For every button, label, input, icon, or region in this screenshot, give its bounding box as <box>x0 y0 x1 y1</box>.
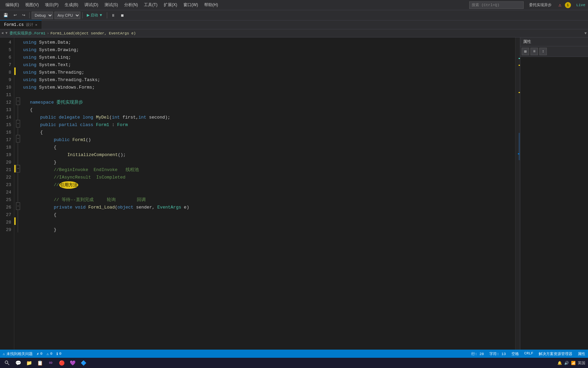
code-line-22[interactable]: //IAsyncResult IsCompleted <box>20 174 515 181</box>
menu-debug[interactable]: 调试(D) <box>82 1 101 9</box>
taskbar-icon-1[interactable]: 💬 <box>14 358 22 367</box>
taskbar-network: 📶 <box>571 361 576 365</box>
title-bar: 编辑(E) 视图(V) 项目(P) 生成(B) 调试(D) 测试(S) 分析(N… <box>0 0 588 10</box>
code-line-14[interactable]: public delegate long MyDel(int first,int… <box>20 114 515 121</box>
menu-extensions[interactable]: 扩展(X) <box>161 1 180 9</box>
collapse-btn-26[interactable]: − <box>16 202 20 210</box>
run-button[interactable]: ▶ 启动 ▼ <box>85 12 105 18</box>
properties-category-btn[interactable]: ≡ <box>530 48 538 55</box>
taskbar-vs-icon[interactable]: ∞ <box>46 358 55 367</box>
collapse-btn-21[interactable]: − <box>16 165 20 172</box>
line-num-29: 29 <box>0 226 11 234</box>
taskbar-icon-6[interactable]: 🔷 <box>79 358 88 367</box>
debug-config-select[interactable]: Debug <box>32 12 53 19</box>
code-line-10[interactable]: using System.Windows.Forms; <box>20 84 515 91</box>
taskbar-icon-4[interactable]: 🔴 <box>57 358 66 367</box>
menu-view[interactable]: 视图(V) <box>22 1 42 9</box>
taskbar-system-tray: 🔔 🔊 📶 英国 <box>557 361 585 366</box>
menu-window[interactable]: 窗口(W) <box>181 1 201 9</box>
code-lines: using System.Data; using System.Drawing;… <box>20 37 515 360</box>
code-line-20[interactable]: } <box>20 159 515 166</box>
code-line-12[interactable]: namespace 委托实现异步 <box>20 99 515 106</box>
menu-tools[interactable]: 工具(T) <box>141 1 160 9</box>
collapse-btn-12[interactable]: − <box>16 97 20 105</box>
taskbar-icon-2[interactable]: 📁 <box>24 358 33 367</box>
tab-close[interactable]: ✕ <box>35 23 37 27</box>
code-line-25[interactable]: // 等待--直到完成 轮询 回调 <box>20 196 515 204</box>
code-line-17[interactable]: public Form1() <box>20 136 515 144</box>
collapse-btn-17[interactable]: − <box>16 135 20 142</box>
toolbar-save[interactable]: 💾 <box>1 12 10 18</box>
status-bar: ⚠ 未找到相关问题 ✗ 0 ⚠ 0 ℹ 0 行: 28 字符: 13 空格 CR… <box>0 350 588 358</box>
code-line-4[interactable]: using System.Data; <box>20 39 515 46</box>
status-right: 行: 28 字符: 13 空格 CRLF 解决方案资源管理器 属性 <box>471 351 585 356</box>
toolbar-redo[interactable]: ↪ <box>20 12 27 18</box>
live-label: Live <box>576 3 585 7</box>
line-num-14: 14 <box>0 114 11 121</box>
toolbar-sep-2 <box>82 12 83 18</box>
code-line-24[interactable] <box>20 189 515 196</box>
status-properties[interactable]: 属性 <box>578 351 585 356</box>
scroll-overview[interactable] <box>515 37 520 360</box>
code-line-21[interactable]: //BeginInvoke EndInvoke 线程池 <box>20 166 515 174</box>
toolbar-stop[interactable]: ⏹ <box>118 13 126 18</box>
collapse-btn-15[interactable]: − <box>16 120 20 127</box>
code-area[interactable]: 4 5 6 7 8 9 10 11 12 13 14 15 16 17 18 1… <box>0 37 520 360</box>
status-spaces: 空格 <box>511 351 519 356</box>
tab-form1[interactable]: Form1.cs 设计 ✕ <box>0 20 42 29</box>
warn-icon: ⚠ <box>47 352 49 356</box>
nav-method: Form1_Load(object sender, EventArgs e) <box>50 31 136 35</box>
toolbar-sep-3 <box>107 12 107 18</box>
code-line-26[interactable]: private void Form1_Load(object sender, E… <box>20 204 515 211</box>
code-line-15[interactable]: public partial class Form1 : Form <box>20 121 515 129</box>
line-numbers: 4 5 6 7 8 9 10 11 12 13 14 15 16 17 18 1… <box>0 37 14 360</box>
line-num-22: 22 <box>0 174 11 181</box>
line-num-17: 17 <box>0 136 11 144</box>
taskbar-search[interactable] <box>3 358 12 367</box>
code-line-28[interactable] <box>20 219 515 226</box>
code-line-5[interactable]: using System.Drawing; <box>20 46 515 54</box>
code-line-9[interactable]: using System.Threading.Tasks; <box>20 76 515 84</box>
code-line-11[interactable] <box>20 91 515 99</box>
nav-arrow-right[interactable]: ▼ <box>584 31 587 35</box>
code-line-29[interactable]: } <box>20 226 515 234</box>
menu-bar: 编辑(E) 视图(V) 项目(P) 生成(B) 调试(D) 测试(S) 分析(N… <box>3 1 221 9</box>
cpu-config-select[interactable]: Any CPU <box>54 12 80 19</box>
title-bar-right: 搜索 (Ctrl+Q) 委托实现异步 ⚠ 1 Live <box>469 1 585 9</box>
code-line-7[interactable]: using System.Text; <box>20 61 515 69</box>
status-solution-explorer[interactable]: 解决方案资源管理器 <box>539 351 572 356</box>
taskbar-icon-3[interactable]: 📋 <box>35 358 44 367</box>
error-icon: ✗ <box>37 352 39 356</box>
menu-test[interactable]: 测试(S) <box>102 1 121 9</box>
line-num-19: 19 <box>0 151 11 159</box>
menu-project[interactable]: 项目(P) <box>42 1 61 9</box>
code-line-19[interactable]: InitializeComponent(); <box>20 151 515 159</box>
properties-title: 属性 <box>523 39 531 45</box>
menu-build[interactable]: 生成(B) <box>62 1 81 9</box>
status-col: 字符: 13 <box>489 351 506 356</box>
taskbar-language: 英国 <box>578 361 585 366</box>
code-line-6[interactable]: using System.Linq; <box>20 54 515 61</box>
menu-help[interactable]: 帮助(H) <box>201 1 221 9</box>
menu-edit[interactable]: 编辑(E) <box>3 1 22 9</box>
nav-dropdown-icon[interactable]: ▼ <box>3 31 10 35</box>
code-line-23[interactable]: //引用方法 <box>20 181 515 189</box>
search-box[interactable]: 搜索 (Ctrl+Q) <box>469 1 524 9</box>
properties-header: 属性 <box>520 37 588 46</box>
toolbar-pause[interactable]: ⏸ <box>109 13 117 18</box>
code-line-27[interactable]: { <box>20 211 515 219</box>
code-line-8[interactable]: using System.Threading; <box>20 69 515 76</box>
code-line-18[interactable]: { <box>20 144 515 151</box>
taskbar-icon-5[interactable]: 💜 <box>68 358 77 367</box>
properties-grid-btn[interactable]: ⊞ <box>522 48 529 55</box>
code-line-13[interactable]: { <box>20 106 515 114</box>
code-line-16[interactable]: { <box>20 129 515 136</box>
line-num-10: 10 <box>0 84 11 91</box>
line-num-26: 26 <box>0 204 11 211</box>
toolbar-undo[interactable]: ↩ <box>12 12 19 18</box>
search-placeholder: 搜索 (Ctrl+Q) <box>472 2 499 7</box>
code-editor: 4 5 6 7 8 9 10 11 12 13 14 15 16 17 18 1… <box>0 37 520 360</box>
status-info: ℹ 0 <box>56 352 62 356</box>
properties-sort-btn[interactable]: ↕ <box>539 48 547 55</box>
menu-analyze[interactable]: 分析(N) <box>121 1 141 9</box>
